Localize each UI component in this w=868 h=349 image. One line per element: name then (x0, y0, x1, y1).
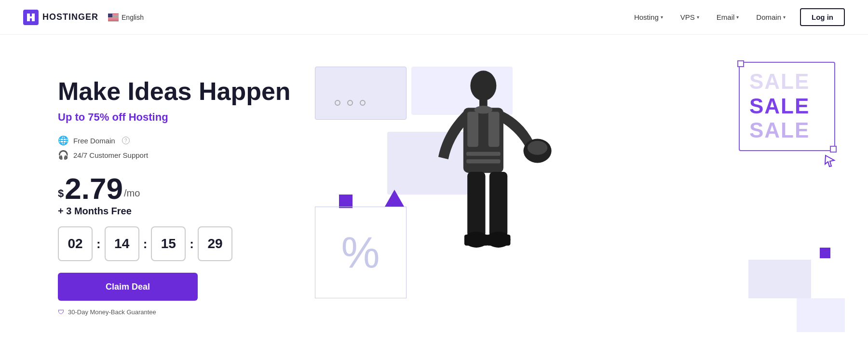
help-icon[interactable]: ? (122, 137, 130, 144)
price-free: + 3 Months Free (58, 206, 291, 217)
globe-icon: 🌐 (58, 135, 68, 146)
hero-section: Make Ideas Happen Up to 75% off Hosting … (0, 35, 868, 349)
login-button[interactable]: Log in (800, 8, 845, 26)
chevron-down-icon: ▾ (697, 14, 699, 20)
price-amount: 2.79 (65, 174, 123, 204)
svg-rect-5 (108, 17, 119, 18)
svg-rect-20 (464, 234, 488, 245)
shield-icon: 🛡 (58, 308, 64, 316)
main-nav: Hosting ▾ VPS ▾ Email ▾ Domain ▾ Log in (627, 8, 845, 26)
nav-hosting[interactable]: Hosting ▾ (627, 9, 670, 25)
countdown-minutes: 14 (105, 226, 139, 261)
feature-support-label: 24/7 Customer Support (73, 151, 148, 159)
header-left: HOSTINGER English (23, 10, 144, 25)
purple-triangle (385, 190, 404, 207)
features-list: 🌐 Free Domain ? 🎧 24/7 Customer Support (58, 135, 291, 160)
purple-square-2 (820, 248, 830, 258)
logo-icon (23, 10, 39, 25)
sale-text-1: SALE (749, 70, 810, 94)
sale-box: SALE SALE SALE (739, 62, 835, 151)
price-display: $ 2.79 /mo (58, 174, 291, 204)
dots-row (335, 100, 366, 106)
logo[interactable]: HOSTINGER (23, 10, 98, 25)
chevron-down-icon: ▾ (736, 14, 739, 20)
countdown-timer: 02 : 14 : 15 : 29 (58, 226, 291, 261)
nav-vps[interactable]: VPS ▾ (674, 9, 706, 25)
deco-box-bottom-far-right (797, 298, 845, 332)
hero-subtitle: Up to 75% off Hosting (58, 111, 291, 124)
hero-visual: % SALE SALE SALE (310, 57, 845, 337)
deco-box-top-left (315, 67, 407, 120)
svg-rect-13 (488, 112, 500, 147)
language-selector[interactable]: English (108, 14, 144, 21)
svg-rect-21 (487, 234, 511, 245)
chevron-down-icon: ▾ (661, 14, 663, 20)
svg-rect-16 (467, 172, 485, 237)
dot-3 (360, 100, 366, 106)
feature-support: 🎧 24/7 Customer Support (58, 150, 291, 160)
dot-2 (347, 100, 353, 106)
nav-domain[interactable]: Domain ▾ (749, 9, 792, 25)
flag-icon (108, 14, 119, 21)
racer-svg (413, 67, 554, 327)
countdown-hours: 02 (58, 226, 93, 261)
countdown-sep-2: : (143, 237, 148, 251)
svg-rect-8 (108, 14, 112, 17)
logo-text: HOSTINGER (42, 12, 98, 22)
svg-rect-23 (466, 159, 501, 163)
price-period: /mo (124, 188, 140, 199)
percent-symbol: % (341, 231, 380, 274)
svg-rect-17 (489, 172, 507, 237)
sale-text-2: SALE (749, 94, 810, 119)
countdown-sep-3: : (190, 237, 194, 251)
hero-content: Make Ideas Happen Up to 75% off Hosting … (58, 78, 291, 316)
svg-rect-22 (466, 152, 501, 155)
guarantee-text: 🛡 30-Day Money-Back Guarantee (58, 308, 291, 316)
dot-1 (335, 100, 340, 106)
svg-point-9 (471, 70, 497, 100)
countdown-seconds: 15 (151, 226, 186, 261)
deco-box-bottom-right (748, 260, 811, 298)
svg-point-24 (475, 106, 492, 114)
purple-square-1 (339, 195, 353, 208)
lang-label: English (122, 14, 144, 21)
feature-domain-label: Free Domain (73, 137, 115, 145)
percent-box: % (315, 207, 407, 298)
svg-rect-6 (108, 18, 119, 19)
header: HOSTINGER English Hosting ▾ VPS ▾ (0, 0, 868, 35)
svg-rect-7 (108, 20, 119, 20)
subtitle-prefix: Up to (58, 111, 88, 123)
guarantee-label: 30-Day Money-Back Guarantee (68, 308, 156, 316)
claim-deal-button[interactable]: Claim Deal (58, 273, 198, 301)
cursor-icon (824, 154, 836, 171)
countdown-fraction: 29 (198, 226, 232, 261)
svg-point-15 (528, 140, 548, 154)
nav-email[interactable]: Email ▾ (710, 9, 746, 25)
price-dollar: $ (58, 187, 64, 200)
hero-title: Make Ideas Happen (58, 78, 291, 105)
countdown-sep-1: : (96, 237, 101, 251)
svg-rect-12 (467, 112, 478, 147)
sale-text-3: SALE (749, 118, 810, 143)
feature-domain: 🌐 Free Domain ? (58, 135, 291, 146)
chevron-down-icon: ▾ (783, 14, 786, 20)
headset-icon: 🎧 (58, 150, 68, 160)
subtitle-suffix: off Hosting (109, 111, 168, 123)
price-section: $ 2.79 /mo + 3 Months Free (58, 174, 291, 217)
racer-figure (407, 67, 561, 327)
discount-highlight: 75% (88, 111, 109, 123)
